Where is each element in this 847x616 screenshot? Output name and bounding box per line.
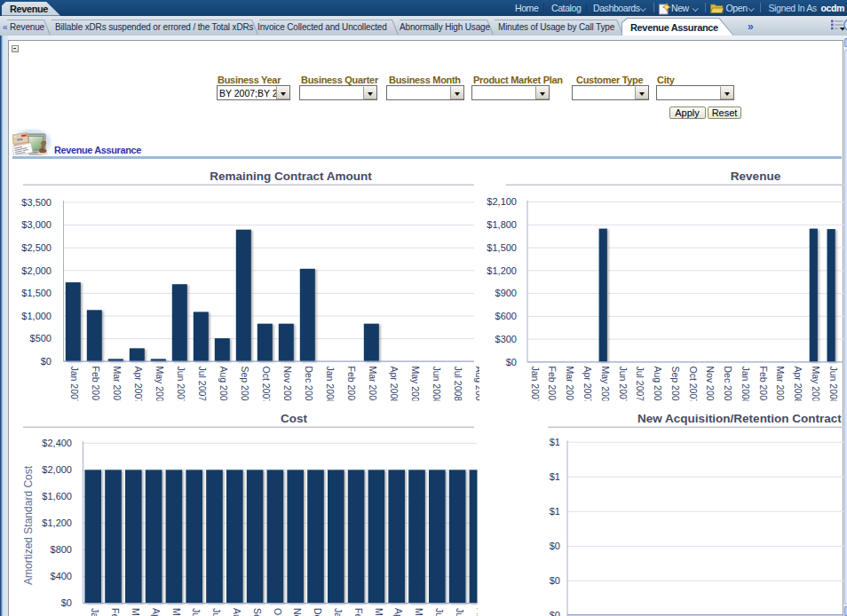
svg-text:Apr 2007: Apr 2007: [151, 608, 162, 616]
svg-text:Feb 2008: Feb 2008: [758, 367, 769, 407]
svg-text:$600: $600: [495, 311, 517, 321]
svg-text:Sep 2007: Sep 2007: [252, 608, 263, 616]
svg-text:Nov 2007: Nov 2007: [292, 608, 303, 616]
svg-text:$0: $0: [550, 575, 560, 586]
svg-text:Jun 2008: Jun 2008: [828, 367, 839, 405]
svg-text:Jan 2007: Jan 2007: [530, 367, 541, 405]
svg-text:May 2007: May 2007: [171, 608, 182, 616]
svg-text:Sep 2007: Sep 2007: [670, 367, 681, 407]
svg-text:Jul 2007: Jul 2007: [211, 608, 222, 616]
svg-text:$1,500: $1,500: [487, 242, 517, 253]
svg-text:Apr 2008: Apr 2008: [793, 367, 803, 405]
svg-text:Dec 2007: Dec 2007: [723, 367, 733, 407]
svg-text:$2,000: $2,000: [21, 265, 51, 276]
svg-text:Dec 2007: Dec 2007: [304, 367, 314, 407]
svg-text:Cost: Cost: [281, 412, 308, 425]
svg-text:Feb 2007: Feb 2007: [110, 608, 121, 616]
svg-text:Aug 2008: Aug 2008: [475, 608, 485, 616]
svg-text:$800: $800: [51, 544, 72, 555]
svg-text:Apr 2007: Apr 2007: [582, 367, 593, 405]
svg-text:Sep 2007: Sep 2007: [240, 367, 250, 407]
svg-text:Feb 2007: Feb 2007: [91, 367, 101, 407]
svg-text:Jul 2007: Jul 2007: [635, 367, 645, 402]
svg-text:Aug 2007: Aug 2007: [653, 367, 663, 407]
svg-text:May 2007: May 2007: [154, 367, 165, 407]
svg-text:Apr 2007: Apr 2007: [133, 367, 144, 405]
svg-text:$1,200: $1,200: [42, 517, 72, 528]
svg-text:$1,000: $1,000: [21, 311, 51, 321]
svg-text:$1: $1: [550, 506, 560, 517]
svg-text:$1,600: $1,600: [42, 491, 72, 501]
svg-text:$2,500: $2,500: [21, 242, 51, 253]
svg-text:Aug 2007: Aug 2007: [218, 367, 229, 407]
svg-text:Jan 2008: Jan 2008: [333, 608, 344, 616]
svg-text:$3,000: $3,000: [21, 219, 51, 230]
svg-text:Amortized Standard Cost: Amortized Standard Cost: [22, 465, 35, 585]
svg-text:$2,100: $2,100: [487, 196, 517, 207]
svg-text:Mar 2007: Mar 2007: [131, 608, 141, 616]
svg-text:May 2007: May 2007: [600, 367, 611, 407]
svg-text:$300: $300: [495, 334, 517, 344]
svg-text:Mar 2007: Mar 2007: [112, 367, 123, 407]
svg-text:$0: $0: [506, 357, 517, 367]
svg-text:Jun 2007: Jun 2007: [176, 367, 186, 405]
svg-text:Jun 2008: Jun 2008: [431, 367, 442, 405]
svg-text:$2,400: $2,400: [42, 438, 72, 448]
svg-text:Jun 2007: Jun 2007: [618, 367, 629, 405]
svg-text:Apr 2008: Apr 2008: [393, 608, 404, 616]
svg-text:May 2008: May 2008: [410, 367, 421, 407]
svg-text:$0: $0: [550, 610, 560, 616]
svg-text:$400: $400: [51, 571, 72, 581]
svg-text:Jan 2008: Jan 2008: [740, 367, 751, 405]
svg-text:Oct 2007: Oct 2007: [688, 367, 699, 405]
svg-text:Feb 2008: Feb 2008: [353, 608, 364, 616]
svg-text:$1: $1: [550, 437, 560, 447]
svg-text:Jan 2007: Jan 2007: [90, 608, 100, 616]
svg-text:Nov 2007: Nov 2007: [705, 367, 716, 407]
svg-text:Aug 2007: Aug 2007: [232, 608, 242, 616]
svg-text:May 2008: May 2008: [414, 608, 424, 616]
svg-text:Jun 2007: Jun 2007: [191, 608, 202, 616]
svg-text:Jan 2007: Jan 2007: [69, 367, 80, 405]
svg-text:Feb 2007: Feb 2007: [547, 367, 558, 407]
svg-text:Mar 2008: Mar 2008: [775, 367, 786, 407]
svg-text:Apr 2008: Apr 2008: [389, 367, 400, 405]
svg-text:$0: $0: [61, 597, 72, 608]
svg-text:May 2008: May 2008: [811, 367, 821, 407]
svg-text:$500: $500: [30, 333, 51, 344]
svg-text:Feb 2008: Feb 2008: [346, 367, 357, 407]
svg-text:Jan 2008: Jan 2008: [325, 367, 336, 405]
svg-text:Dec 2007: Dec 2007: [313, 608, 323, 616]
svg-text:$1: $1: [550, 471, 560, 482]
svg-text:Nov 2007: Nov 2007: [282, 367, 293, 407]
svg-text:Mar 2007: Mar 2007: [565, 367, 575, 407]
svg-text:$0: $0: [41, 356, 51, 367]
svg-text:Revenue: Revenue: [731, 170, 781, 183]
svg-text:Jul 2008: Jul 2008: [455, 608, 465, 616]
svg-text:$3,500: $3,500: [21, 197, 51, 208]
svg-text:Oct 2007: Oct 2007: [261, 367, 272, 405]
svg-text:Mar 2008: Mar 2008: [374, 608, 384, 616]
svg-text:Oct 2007: Oct 2007: [273, 608, 283, 616]
svg-text:$1,800: $1,800: [487, 219, 517, 230]
svg-text:Aug 2008: Aug 2008: [474, 367, 484, 407]
svg-text:Remaining Contract Amount: Remaining Contract Amount: [210, 170, 372, 183]
svg-text:$0: $0: [550, 541, 560, 551]
svg-text:Jul 2008: Jul 2008: [453, 367, 463, 402]
svg-text:$900: $900: [495, 288, 517, 298]
svg-text:Jun 2008: Jun 2008: [434, 608, 445, 616]
svg-text:$2,000: $2,000: [42, 464, 72, 475]
svg-text:Mar 2008: Mar 2008: [368, 367, 378, 407]
svg-text:$1,200: $1,200: [487, 265, 517, 276]
svg-text:Jul 2007: Jul 2007: [197, 367, 208, 402]
svg-text:$1,500: $1,500: [21, 288, 51, 298]
svg-text:New Acquisition/Retention Cont: New Acquisition/Retention Contract: [637, 412, 842, 425]
